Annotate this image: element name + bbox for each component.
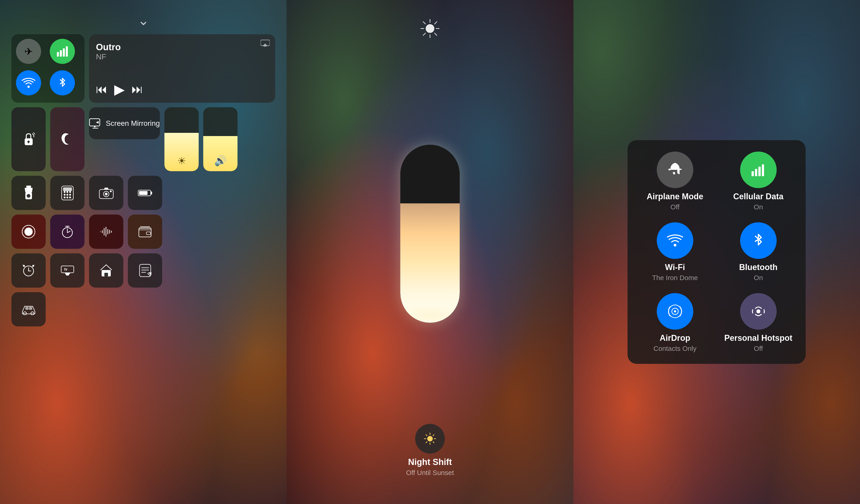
brightness-glow	[400, 304, 460, 323]
svg-rect-2	[63, 48, 65, 57]
timer-button[interactable]	[50, 215, 85, 249]
cellular-icon	[56, 45, 69, 58]
svg-line-76	[434, 33, 437, 35]
bluetooth-icon-p1	[58, 76, 67, 90]
svg-line-36	[67, 231, 70, 233]
svg-marker-5	[263, 43, 268, 46]
fast-forward-button[interactable]: ⏭	[131, 83, 143, 96]
svg-rect-69	[29, 307, 32, 310]
night-shift-button[interactable]: Night Shift Off Until Sunset	[406, 424, 454, 477]
media-info: Outro NF	[96, 42, 268, 61]
svg-point-27	[105, 193, 108, 196]
airplay-svg	[260, 39, 270, 47]
svg-point-33	[25, 228, 33, 236]
wallet-button[interactable]	[128, 215, 162, 249]
do-not-disturb-button[interactable]	[50, 107, 85, 171]
flashlight-icon	[24, 186, 34, 200]
svg-rect-48	[146, 232, 150, 235]
svg-point-66	[31, 312, 34, 315]
sound-recognition-button[interactable]	[89, 215, 123, 249]
airdrop-circle	[657, 293, 693, 330]
panel-connectivity: Airplane Mode Off Cellular Data On	[573, 0, 860, 504]
personal-hotspot-item[interactable]: Personal Hotspot Off	[722, 293, 794, 352]
car-button[interactable]	[11, 292, 46, 327]
airdrop-item[interactable]: AirDrop Contacts Only	[639, 293, 711, 352]
cellular-button[interactable]	[50, 39, 75, 64]
svg-point-70	[426, 25, 434, 33]
svg-point-4	[27, 86, 30, 88]
svg-rect-90	[758, 167, 761, 176]
svg-point-20	[67, 197, 68, 198]
airdrop-status: Contacts Only	[654, 345, 697, 352]
home-button[interactable]	[89, 254, 123, 288]
portrait-lock-button[interactable]	[11, 107, 46, 171]
airplane-mode-status: Off	[671, 203, 679, 211]
calculator-button[interactable]	[50, 176, 85, 210]
notes-icon	[139, 264, 152, 277]
svg-point-55	[32, 265, 34, 267]
svg-rect-31	[139, 191, 147, 195]
airdrop-label: AirDrop	[660, 333, 690, 343]
wallet-icon	[138, 226, 152, 238]
media-player-card: Outro NF ⏮ ▶ ⏭	[89, 34, 275, 103]
wifi-circle	[657, 222, 693, 259]
brightness-slider[interactable]: ☀	[164, 107, 199, 171]
svg-point-92	[674, 244, 676, 246]
personal-hotspot-label: Personal Hotspot	[725, 333, 792, 343]
svg-rect-47	[139, 228, 151, 231]
rewind-button[interactable]: ⏮	[96, 83, 107, 96]
volume-slider[interactable]: 🔊	[203, 107, 238, 171]
svg-line-84	[426, 435, 427, 436]
night-shift-sublabel: Off Until Sunset	[406, 469, 454, 477]
svg-rect-0	[57, 52, 59, 57]
bluetooth-item[interactable]: Bluetooth On	[722, 222, 794, 282]
cellular-data-status: On	[754, 203, 763, 211]
svg-rect-15	[63, 187, 72, 191]
apple-tv-button[interactable]: tv	[50, 254, 85, 288]
notes-button[interactable]	[128, 254, 162, 288]
wifi-button-p1[interactable]	[16, 70, 41, 96]
svg-rect-56	[61, 266, 74, 273]
brightness-capsule[interactable]	[400, 145, 460, 323]
personal-hotspot-icon	[750, 303, 766, 319]
svg-point-16	[64, 194, 66, 196]
screen-mirroring-button[interactable]: Screen Mirroring	[89, 107, 160, 139]
svg-line-75	[423, 22, 426, 24]
svg-point-21	[69, 197, 71, 198]
svg-text:tv: tv	[64, 267, 67, 271]
cellular-data-icon	[751, 162, 766, 177]
screen-mirroring-icon	[89, 118, 102, 129]
svg-point-28	[110, 190, 112, 192]
svg-rect-88	[751, 171, 754, 176]
svg-point-54	[23, 265, 25, 267]
wifi-item[interactable]: Wi-Fi The Iron Dome	[639, 222, 711, 282]
brightness-icon: ☀	[177, 155, 186, 167]
svg-point-13	[27, 194, 30, 198]
cellular-data-item[interactable]: Cellular Data On	[722, 152, 794, 211]
chevron-down-icon[interactable]	[11, 14, 275, 27]
media-title: Outro	[96, 42, 268, 52]
bluetooth-button-p1[interactable]	[50, 70, 75, 96]
airplane-mode-item[interactable]: Airplane Mode Off	[639, 152, 711, 211]
wifi-icon	[667, 234, 683, 247]
media-artist: NF	[96, 52, 268, 61]
svg-rect-3	[66, 46, 68, 57]
screen-record-button[interactable]	[11, 215, 46, 249]
airdrop-icon	[667, 303, 683, 319]
wifi-network-name: The Iron Dome	[652, 274, 698, 282]
camera-button[interactable]	[89, 176, 123, 210]
calculator-icon	[61, 186, 74, 200]
play-button[interactable]: ▶	[114, 81, 125, 97]
alarm-button[interactable]	[11, 254, 46, 288]
airplay-icon[interactable]	[260, 39, 270, 49]
camera-icon	[99, 187, 114, 199]
airplane-mode-button[interactable]: ✈	[16, 39, 41, 64]
battery-button[interactable]	[128, 176, 162, 210]
flashlight-button[interactable]	[11, 176, 46, 210]
personal-hotspot-circle	[740, 293, 777, 330]
screen-record-icon	[22, 225, 35, 239]
svg-line-87	[426, 442, 427, 443]
apple-tv-icon: tv	[60, 265, 75, 276]
screen-mirroring-label: Screen Mirroring	[106, 119, 160, 128]
moon-icon	[60, 132, 75, 147]
